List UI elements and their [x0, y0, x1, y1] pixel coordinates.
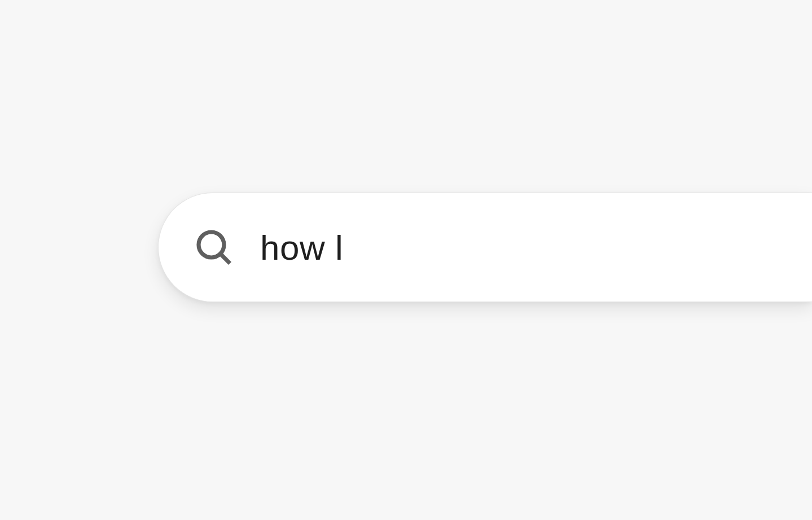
search-icon: [194, 227, 234, 268]
svg-point-0: [199, 232, 224, 257]
search-input[interactable]: [260, 228, 812, 268]
svg-line-1: [220, 254, 230, 263]
search-bar[interactable]: [158, 193, 812, 302]
